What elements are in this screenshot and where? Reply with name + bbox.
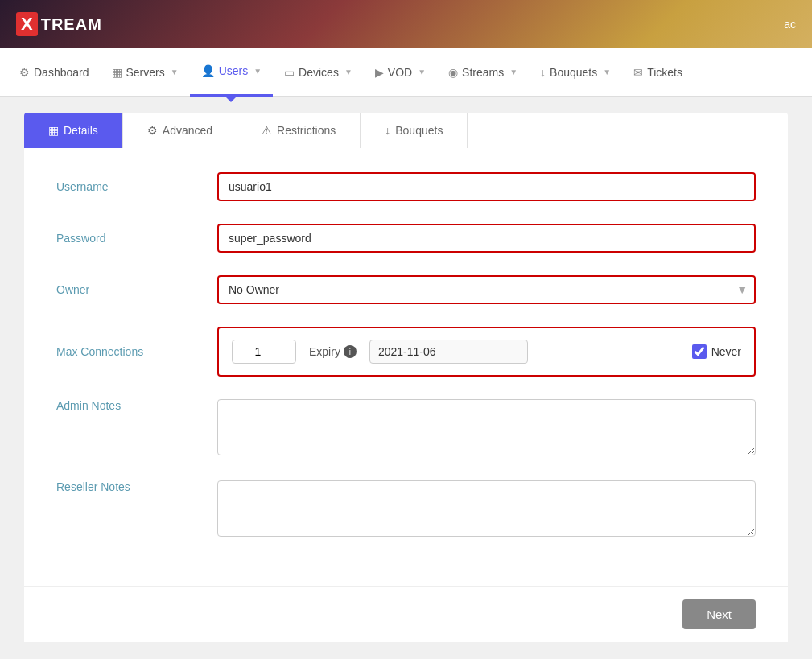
nav-streams-label: Streams <box>462 66 504 79</box>
logo-tream: TREAM <box>41 15 102 34</box>
max-connections-control: Expiry i Never <box>217 327 756 377</box>
bouquets-arrow-icon: ▼ <box>603 68 611 76</box>
owner-select-wrapper: No Owner ▼ <box>217 275 756 304</box>
password-control <box>217 224 756 253</box>
reseller-notes-control <box>217 480 756 539</box>
tab-advanced-label: Advanced <box>163 124 212 137</box>
nav-bouquets[interactable]: ↓ Bouquets ▼ <box>529 48 622 97</box>
tab-restrictions-label: Restrictions <box>277 124 336 137</box>
username-input[interactable] <box>217 172 756 201</box>
users-icon: 👤 <box>201 64 215 77</box>
servers-icon: ▦ <box>112 66 122 79</box>
max-connections-input[interactable] <box>232 340 296 364</box>
tab-advanced[interactable]: ⚙ Advanced <box>123 113 237 148</box>
nav-devices-label: Devices <box>299 66 339 79</box>
restrictions-tab-icon: ⚠ <box>262 124 272 137</box>
password-input[interactable] <box>217 224 756 253</box>
nav-dashboard-label: Dashboard <box>34 66 89 79</box>
nav-dashboard[interactable]: ⚙ Dashboard <box>8 48 101 97</box>
admin-notes-label: Admin Notes <box>56 399 217 412</box>
nav-servers-label: Servers <box>126 66 165 79</box>
bouquets-icon: ↓ <box>540 66 546 79</box>
expiry-info-icon[interactable]: i <box>344 345 357 358</box>
password-row: Password <box>56 224 756 253</box>
vod-icon: ▶ <box>375 66 384 79</box>
tickets-icon: ✉ <box>633 66 643 79</box>
reseller-notes-label: Reseller Notes <box>56 480 217 493</box>
owner-row: Owner No Owner ▼ <box>56 275 756 304</box>
dashboard-icon: ⚙ <box>19 66 30 79</box>
tab-bouquets-label: Bouquets <box>395 124 443 137</box>
nav-tickets[interactable]: ✉ Tickets <box>622 48 694 97</box>
nav-streams[interactable]: ◉ Streams ▼ <box>437 48 529 97</box>
main-content: ▦ Details ⚙ Advanced ⚠ Restrictions ↓ Bo… <box>0 97 812 658</box>
logo: X TREAM <box>16 12 102 36</box>
owner-select[interactable]: No Owner <box>217 275 756 304</box>
expiry-label-group: Expiry i <box>309 345 357 358</box>
nav-devices[interactable]: ▭ Devices ▼ <box>273 48 364 97</box>
password-label: Password <box>56 232 217 245</box>
admin-notes-control <box>217 399 756 458</box>
nav-users-label: Users <box>219 64 249 77</box>
streams-arrow-icon: ▼ <box>509 68 517 76</box>
never-checkbox-group: Never <box>692 344 741 359</box>
nav-users[interactable]: 👤 Users ▼ <box>190 48 273 97</box>
admin-notes-textarea[interactable] <box>217 399 756 455</box>
username-label: Username <box>56 180 217 193</box>
nav-tickets-label: Tickets <box>647 66 682 79</box>
logo-x: X <box>16 12 38 36</box>
expiry-date-input[interactable] <box>369 340 528 364</box>
expiry-text: Expiry <box>309 345 340 358</box>
nav-vod[interactable]: ▶ VOD ▼ <box>364 48 437 97</box>
devices-arrow-icon: ▼ <box>344 68 352 76</box>
advanced-tab-icon: ⚙ <box>147 124 158 137</box>
tab-details-label: Details <box>64 124 98 137</box>
streams-icon: ◉ <box>448 66 458 79</box>
header: X TREAM ac <box>0 0 812 48</box>
users-dropdown-indicator <box>223 94 239 102</box>
bouquets-tab-icon: ↓ <box>385 124 390 137</box>
footer: Next <box>24 586 788 642</box>
never-label: Never <box>711 345 741 358</box>
max-connections-label: Max Connections <box>56 345 217 358</box>
tab-restrictions[interactable]: ⚠ Restrictions <box>237 113 361 148</box>
next-button[interactable]: Next <box>682 599 756 629</box>
connections-box: Expiry i Never <box>217 327 756 377</box>
tab-details[interactable]: ▦ Details <box>24 113 123 148</box>
reseller-notes-textarea[interactable] <box>217 480 756 537</box>
owner-control: No Owner ▼ <box>217 275 756 304</box>
servers-arrow-icon: ▼ <box>171 68 179 76</box>
form-area: Username Password Owner No Owner ▼ <box>24 148 788 586</box>
username-row: Username <box>56 172 756 201</box>
vod-arrow-icon: ▼ <box>418 68 426 76</box>
nav: ⚙ Dashboard ▦ Servers ▼ 👤 Users ▼ ▭ Devi… <box>0 48 812 97</box>
max-connections-row: Max Connections Expiry i Never <box>56 327 756 377</box>
reseller-notes-row: Reseller Notes <box>56 480 756 539</box>
nav-bouquets-label: Bouquets <box>550 66 597 79</box>
nav-vod-label: VOD <box>388 66 412 79</box>
header-user: ac <box>784 18 796 31</box>
owner-label: Owner <box>56 283 217 296</box>
nav-servers[interactable]: ▦ Servers ▼ <box>101 48 190 97</box>
users-arrow-icon: ▼ <box>253 67 262 76</box>
username-control <box>217 172 756 201</box>
details-tab-icon: ▦ <box>48 124 59 137</box>
never-checkbox[interactable] <box>692 344 707 359</box>
devices-icon: ▭ <box>284 66 295 79</box>
admin-notes-row: Admin Notes <box>56 399 756 458</box>
tabs: ▦ Details ⚙ Advanced ⚠ Restrictions ↓ Bo… <box>24 113 788 148</box>
tab-bouquets[interactable]: ↓ Bouquets <box>361 113 468 148</box>
